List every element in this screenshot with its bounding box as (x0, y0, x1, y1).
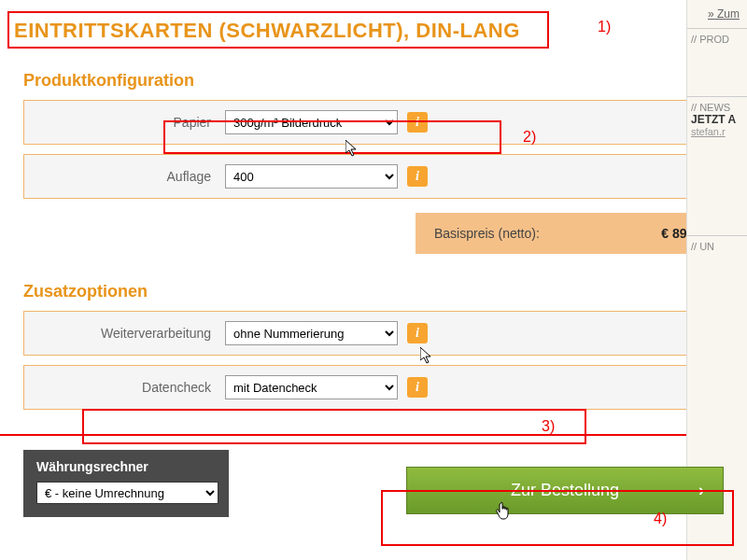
config-section-title: Produktkonfiguration (23, 71, 724, 91)
sidebar-jetzt: JETZT A (691, 113, 736, 126)
currency-box: Währungsrechner € - keine Umrechnung (23, 450, 229, 517)
order-button-label: Zur Bestellung (511, 481, 619, 500)
annotation-1: 1) (598, 19, 611, 35)
options-section-title: Zusatzoptionen (23, 282, 724, 301)
info-icon[interactable]: i (407, 112, 428, 133)
auflage-row: Auflage 400 i (23, 154, 724, 199)
annotation-4: 4) (654, 511, 667, 527)
currency-title: Währungsrechner (36, 459, 216, 474)
sidebar-news-label: // NEWS (691, 102, 730, 113)
auflage-select[interactable]: 400 (225, 164, 398, 189)
datencheck-row: Datencheck mit Datencheck i (23, 365, 724, 410)
weiter-select[interactable]: ohne Nummerierung (225, 321, 398, 345)
page-title: EINTRITTSKARTEN (SCHWARZLICHT), DIN-LANG (14, 19, 733, 43)
paper-select[interactable]: 300g/m² Bilderdruck (225, 110, 398, 134)
paper-row: Papier 300g/m² Bilderdruck i (23, 100, 724, 145)
info-icon[interactable]: i (407, 323, 428, 343)
chevron-right-icon: › (698, 481, 704, 500)
datencheck-select[interactable]: mit Datencheck (225, 375, 398, 399)
annotation-3: 3) (542, 418, 555, 435)
auflage-label: Auflage (38, 169, 225, 184)
sidebar-un: // UN (687, 235, 747, 257)
annotation-2: 2) (523, 129, 536, 146)
paper-label: Papier (38, 115, 225, 130)
sidebar-news: // NEWS JETZT A stefan.r (687, 96, 747, 142)
info-icon[interactable]: i (407, 166, 428, 187)
weiter-row: Weiterverarbeitung ohne Nummerierung i (23, 311, 724, 356)
sidebar-stefan: stefan.r (691, 126, 726, 137)
weiter-label: Weiterverarbeitung (38, 326, 225, 341)
order-button[interactable]: Zur Bestellung › (406, 467, 724, 514)
currency-select[interactable]: € - keine Umrechnung (36, 482, 218, 504)
price-label: Basispreis (netto): (434, 226, 540, 241)
price-box: Basispreis (netto): € 89,13 (416, 213, 724, 254)
info-icon[interactable]: i (407, 377, 428, 398)
datencheck-label: Datencheck (38, 380, 225, 395)
